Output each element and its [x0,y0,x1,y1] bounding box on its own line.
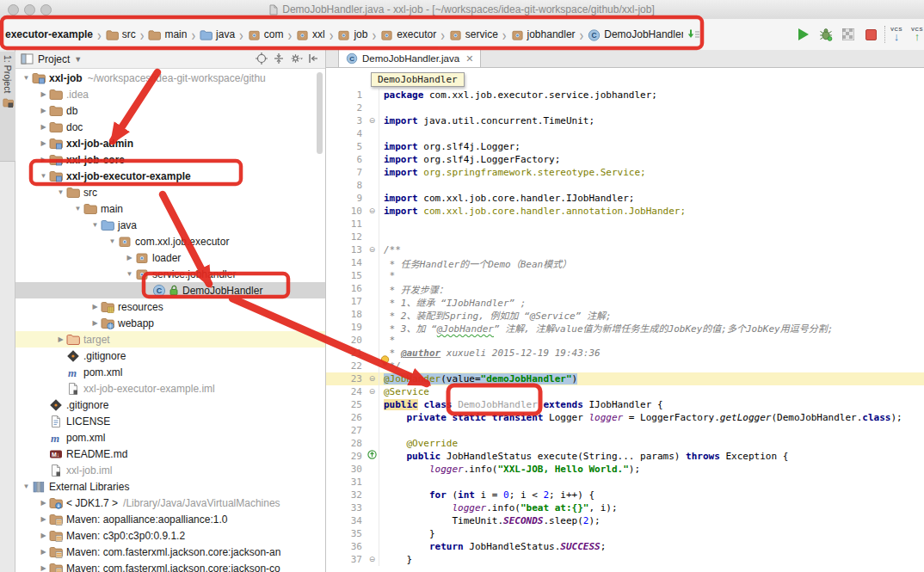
tree-row-src[interactable]: ▼src [15,184,325,200]
code-line-19[interactable]: 19 * 3、加 “@JobHander” 注解, 注解value值为新增任务生… [326,321,924,334]
tree-row-xxl-job-core[interactable]: ▶xxl-job-core [15,151,325,168]
breadcrumb-item-jobhandler[interactable]: jobhandler [509,28,577,41]
tree-row-main[interactable]: ▼main [15,200,325,217]
tree-row-Maven-com.fasterxml.jackson.core-jackson-co[interactable]: ▶Maven: com.fasterxml.jackson.core:jacks… [15,560,325,572]
code-line-24[interactable]: 24⊖@Service [326,385,924,398]
project-panel-title[interactable]: Project [38,53,70,65]
close-tab-icon[interactable]: ✕ [465,53,473,65]
run-icon[interactable] [797,28,810,41]
gear-icon[interactable] [290,52,303,65]
code-line-30[interactable]: 30 logger.info("XXL-JOB, Hello World."); [326,463,924,476]
code-line-11[interactable]: 11 [326,218,924,231]
tree-row-doc[interactable]: ▶doc [15,119,325,135]
tree-row-webapp[interactable]: ▶webapp [15,315,325,331]
code-line-33[interactable]: 33 logger.info("beat at:{}", i); [326,501,924,514]
tree-open-arrow-icon[interactable]: ▼ [21,483,32,490]
project-tree-scrollbar[interactable] [317,72,323,154]
tree-row-.idea[interactable]: ▶.idea [15,86,325,102]
code-line-8[interactable]: 8 [326,179,924,192]
code-line-17[interactable]: 17 * 1、继承 “IJobHandler” ; [326,295,924,308]
code-line-14[interactable]: 14 * 任务Handler的一个Demo（Bean模式） [326,256,924,269]
code-line-36[interactable]: 36 return JobHandleStatus.SUCCESS; [326,540,924,553]
code-line-3[interactable]: 3⊖import java.util.concurrent.TimeUnit; [326,114,924,127]
fold-marker-icon[interactable]: ⊖ [366,385,379,398]
tree-row-pom.xml[interactable]: mpom.xml [15,429,325,446]
code-line-34[interactable]: 34 TimeUnit.SECONDS.sleep(2); [326,514,924,527]
tree-row-pom.xml[interactable]: mpom.xml [15,364,325,380]
code-line-20[interactable]: 20 * [326,334,924,347]
hide-panel-icon[interactable] [307,52,320,65]
tree-row-loader[interactable]: ▶loader [15,249,325,266]
tree-row-target[interactable]: ▶target [15,331,325,348]
code-line-1[interactable]: 1package com.xxl.job.executor.service.jo… [326,89,924,101]
locate-file-icon[interactable] [256,52,268,65]
tree-row-xxl-job.iml[interactable]: xxl-job.iml [15,462,325,478]
tree-open-arrow-icon[interactable]: ▼ [89,221,101,229]
code-line-26[interactable]: 26 private static transient Logger logge… [326,411,924,424]
tree-row-xxl-job[interactable]: ▼xxl-job~/workspaces/idea-git-workspace/… [15,70,325,86]
coverage-icon[interactable] [841,28,855,41]
tree-closed-arrow-icon[interactable]: ▶ [38,499,49,507]
tree-row-.gitignore[interactable]: .gitignore [15,348,325,364]
intention-bulb-icon[interactable] [380,355,390,370]
tree-row-.gitignore[interactable]: .gitignore [15,397,325,413]
stop-icon[interactable] [864,28,878,41]
vcs-update-icon[interactable]: VCS↓ [890,28,903,41]
scroll-down-icon[interactable] [687,28,700,41]
tree-row-java[interactable]: ▼java [15,217,325,233]
code-line-22[interactable]: 22 */ [326,360,924,372]
code-line-25[interactable]: 25public class DemoJobHandler extends IJ… [326,398,924,411]
tree-row-xxl-job-executor-example[interactable]: ▼xxl-job-executor-example [15,168,325,184]
tree-row-xxl-job-executor-example.iml[interactable]: xxl-job-executor-example.iml [15,380,325,397]
code-line-4[interactable]: 4 [326,127,924,140]
collapse-all-icon[interactable] [273,52,286,65]
tree-row-DemoJobHandler[interactable]: CDemoJobHandler [15,282,325,298]
fold-marker-icon[interactable]: ⊖ [366,553,379,566]
tree-row-xxl-job-admin[interactable]: ▶xxl-job-admin [15,135,325,151]
fold-marker-icon[interactable]: ⊖ [366,372,379,385]
tree-row-README.md[interactable]: M↓README.md [15,446,325,462]
chevron-down-icon[interactable]: ▼ [74,55,82,64]
tree-closed-arrow-icon[interactable]: ▶ [55,335,66,343]
code-line-23[interactable]: 23⊖@JobHander(value="demoJobHandler") [326,372,924,385]
tree-open-arrow-icon[interactable]: ▼ [21,74,32,82]
tree-row-LICENSE[interactable]: LICENSE [15,413,325,429]
code-line-32[interactable]: 32 for (int i = 0; i < 2; i++) { [326,489,924,501]
breadcrumb-item-service[interactable]: service [447,28,500,41]
tree-row-com.xxl.job.executor[interactable]: ▼com.xxl.job.executor [15,233,325,249]
tree-row--JDK1.7-[interactable]: ▶< JDK1.7 >/Library/Java/JavaVirtualMach… [15,495,325,511]
code-line-28[interactable]: 28 @Override [326,437,924,450]
tree-row-resources[interactable]: ▶resources [15,298,325,315]
fold-marker-icon[interactable]: ⊖ [366,243,379,256]
tree-row-db[interactable]: ▶db [15,102,325,119]
tree-closed-arrow-icon[interactable]: ▶ [38,107,49,114]
tree-open-arrow-icon[interactable]: ▼ [107,237,118,245]
debug-icon[interactable] [819,28,833,41]
code-line-9[interactable]: 9import com.xxl.job.core.handler.IJobHan… [326,192,924,205]
fold-marker-icon[interactable]: ⊖ [366,205,379,218]
tree-closed-arrow-icon[interactable]: ▶ [38,564,49,572]
code-line-21[interactable]: 21 * @author xuxueli 2015-12-19 19:43:36 [326,347,924,360]
vcs-commit-icon[interactable]: VCS↑ [910,28,924,41]
breadcrumb-item-src[interactable]: src [104,28,138,41]
code-line-10[interactable]: 10⊖import com.xxl.job.core.handler.annot… [326,205,924,218]
code-line-15[interactable]: 15 * [326,269,924,282]
tree-closed-arrow-icon[interactable]: ▶ [38,532,49,539]
tree-open-arrow-icon[interactable]: ▼ [72,205,83,212]
editor-tab[interactable]: C DemoJobHandler.java ✕ [338,50,481,67]
code-line-18[interactable]: 18 * 2、装配到Spring, 例如加 “@Service” 注解; [326,308,924,321]
fold-marker-icon[interactable]: ⊖ [366,114,379,127]
code-line-7[interactable]: 7import org.springframework.stereotype.S… [326,166,924,179]
code-line-5[interactable]: 5import org.slf4j.Logger; [326,140,924,153]
code-line-29[interactable]: 29 public JobHandleStatus execute(String… [326,450,924,463]
code-line-37[interactable]: 37⊖ } [326,553,924,566]
breadcrumb-item-com[interactable]: com [246,28,286,41]
tree-closed-arrow-icon[interactable]: ▶ [89,319,101,327]
tree-row-External-Libraries[interactable]: ▼External Libraries [15,478,325,495]
code-line-6[interactable]: 6import org.slf4j.LoggerFactory; [326,153,924,166]
tree-open-arrow-icon[interactable]: ▼ [38,172,49,180]
tree-closed-arrow-icon[interactable]: ▶ [124,254,135,261]
tree-closed-arrow-icon[interactable]: ▶ [38,139,49,147]
code-line-12[interactable]: 12 [326,231,924,243]
tree-closed-arrow-icon[interactable]: ▶ [89,303,101,311]
